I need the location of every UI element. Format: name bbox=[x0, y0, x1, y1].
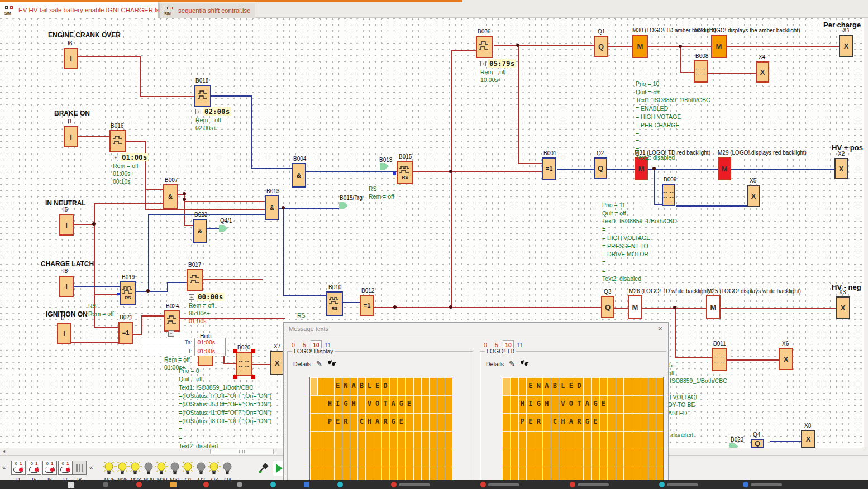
windows-taskbar[interactable] bbox=[0, 480, 868, 489]
block-B011[interactable]: -- ---- -- bbox=[712, 348, 727, 371]
block-label-B008: B008 bbox=[695, 53, 708, 59]
block-M30[interactable]: M bbox=[632, 35, 648, 58]
block-B007[interactable]: & bbox=[163, 184, 178, 209]
annotation-line: = bbox=[636, 129, 710, 137]
taskbar-item[interactable] bbox=[203, 482, 209, 487]
block-B023[interactable]: & bbox=[193, 219, 207, 243]
block-B008[interactable]: -- ---- -- bbox=[694, 60, 708, 83]
block-X6[interactable]: X bbox=[779, 348, 793, 370]
block-B015[interactable]: RS bbox=[397, 161, 413, 184]
vertical-scrollbar[interactable] bbox=[864, 18, 868, 448]
block-B010[interactable]: RS bbox=[326, 291, 343, 316]
annotation-line: Quit = off bbox=[636, 88, 710, 97]
block-X8[interactable]: X bbox=[801, 430, 815, 448]
collapse-inputs-icon[interactable]: « bbox=[2, 464, 6, 471]
block-I7[interactable]: I bbox=[57, 323, 71, 344]
collapse-outputs-icon[interactable]: « bbox=[89, 464, 93, 471]
M-io-icon: M bbox=[637, 43, 643, 50]
block-M26[interactable]: M bbox=[628, 295, 642, 319]
taskbar-item[interactable] bbox=[480, 482, 486, 487]
taskbar-item[interactable] bbox=[136, 482, 142, 487]
file-tab-1[interactable]: SIMEV HV fail safe battery enable IGNI C… bbox=[0, 2, 159, 18]
block-M28[interactable]: M bbox=[711, 35, 727, 58]
expand-plus-icon[interactable]: + bbox=[113, 155, 118, 160]
taskbar-item[interactable] bbox=[237, 482, 242, 487]
block-I8[interactable]: I bbox=[59, 276, 74, 297]
taskbar-item[interactable] bbox=[391, 482, 397, 487]
file-tab-2[interactable]: SIMsequentia shift contral.lsc bbox=[159, 3, 255, 18]
dialog-title-bar[interactable]: Message texts ✕ bbox=[284, 323, 668, 335]
wire-junction bbox=[393, 305, 397, 309]
taskbar-item[interactable] bbox=[743, 482, 748, 487]
taskbar-item[interactable] bbox=[103, 482, 108, 487]
block-M29[interactable]: M bbox=[718, 157, 731, 180]
connector-flag[interactable] bbox=[729, 443, 738, 448]
connector-flag[interactable] bbox=[219, 225, 228, 232]
close-icon[interactable]: ✕ bbox=[657, 325, 663, 333]
block-X7[interactable]: X bbox=[270, 351, 284, 375]
block-label-B006: B006 bbox=[478, 28, 490, 35]
block-Q2[interactable]: Q bbox=[594, 157, 607, 179]
selection-handle[interactable] bbox=[251, 349, 255, 353]
block-B016[interactable] bbox=[109, 130, 126, 152]
block-X1[interactable]: X bbox=[839, 35, 853, 57]
h-scrollbar-thumb[interactable] bbox=[210, 449, 274, 454]
timer-icon bbox=[197, 90, 209, 102]
block-I6[interactable]: I bbox=[64, 48, 78, 69]
block-B024[interactable] bbox=[164, 310, 180, 332]
annotation: +05:79sRem = off10:00s+ bbox=[480, 59, 516, 84]
taskbar-item[interactable] bbox=[270, 482, 276, 487]
block-Q4[interactable]: Q bbox=[751, 439, 764, 448]
taskbar-item[interactable] bbox=[659, 482, 665, 487]
input-switch-I7[interactable]: 01 bbox=[58, 461, 73, 475]
expand-plus-icon[interactable]: + bbox=[189, 294, 194, 300]
block-X5[interactable]: X bbox=[747, 185, 760, 207]
connector-flag[interactable] bbox=[339, 202, 348, 209]
block-I1[interactable]: I bbox=[64, 126, 78, 147]
annotation-line: Quit = off bbox=[179, 375, 271, 383]
io-status-icon[interactable] bbox=[520, 359, 529, 368]
input-switch-I1[interactable]: 01 bbox=[11, 461, 26, 475]
input-switch-I6[interactable]: 01 bbox=[42, 461, 57, 475]
edit-icon[interactable]: ✎ bbox=[316, 359, 322, 368]
selection-handle[interactable] bbox=[233, 375, 237, 379]
message-texts-dialog[interactable]: Message texts ✕ 051011LOGO! DisplayDetai… bbox=[283, 322, 669, 489]
block-Q3[interactable]: Q bbox=[601, 296, 614, 318]
block-B004[interactable]: & bbox=[292, 163, 306, 188]
block-B017[interactable] bbox=[187, 269, 203, 291]
taskbar-item[interactable] bbox=[304, 482, 309, 487]
block-X3[interactable]: X bbox=[836, 296, 850, 319]
taskbar-item[interactable] bbox=[570, 482, 575, 487]
connector-flag[interactable] bbox=[380, 163, 389, 170]
expand-plus-icon[interactable]: + bbox=[195, 109, 201, 114]
input-switch-I8[interactable] bbox=[72, 461, 87, 475]
block-B012[interactable]: =1 bbox=[360, 295, 374, 316]
taskbar-item[interactable] bbox=[337, 482, 343, 487]
block-B013[interactable]: & bbox=[265, 195, 279, 220]
io-status-icon[interactable] bbox=[327, 359, 336, 368]
block-B021[interactable]: =1 bbox=[118, 322, 133, 344]
block-M25[interactable]: M bbox=[706, 295, 721, 319]
expand-plus-icon[interactable]: + bbox=[480, 61, 486, 66]
edit-icon[interactable]: ✎ bbox=[509, 359, 515, 368]
block-B019[interactable]: RS bbox=[120, 281, 136, 305]
block-X4[interactable]: X bbox=[756, 61, 769, 83]
wire bbox=[94, 203, 95, 224]
input-switch-I5[interactable]: 01 bbox=[27, 461, 41, 475]
taskbar-item[interactable] bbox=[170, 482, 177, 487]
block-B001[interactable]: =1 bbox=[542, 157, 556, 180]
collapse-minus-icon[interactable]: - bbox=[168, 330, 174, 337]
wire bbox=[78, 136, 111, 137]
block-B018[interactable] bbox=[194, 85, 211, 107]
block-I5[interactable]: I bbox=[59, 214, 74, 236]
h-scroll-left-button[interactable]: ◂ bbox=[0, 448, 8, 455]
selection-handle[interactable] bbox=[233, 349, 237, 353]
taskbar-item[interactable] bbox=[68, 482, 75, 488]
selection-handle[interactable] bbox=[251, 375, 255, 379]
message-tab-11[interactable]: 11 bbox=[515, 341, 525, 350]
annotation-line: RS bbox=[88, 302, 114, 310]
output-lamp-M26 bbox=[116, 462, 130, 476]
block-X2[interactable]: X bbox=[834, 158, 848, 179]
block-B006[interactable] bbox=[476, 36, 493, 58]
block-Q1[interactable]: Q bbox=[594, 36, 608, 57]
